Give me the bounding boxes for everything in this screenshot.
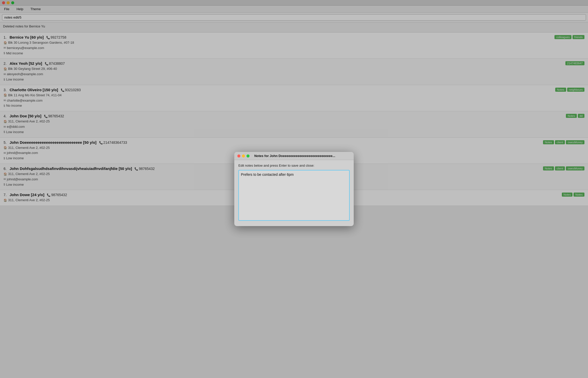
modal-titlebar: Notes for John Doeeeeeeeeeeeeeeeeeeeeeee…	[234, 152, 354, 160]
modal-textarea[interactable]	[238, 170, 350, 221]
notes-modal: Notes for John Doeeeeeeeeeeeeeeeeeeeeeee…	[234, 152, 354, 226]
modal-maximize-button[interactable]	[246, 154, 250, 158]
modal-minimize-button[interactable]	[242, 154, 245, 158]
modal-instruction: Edit notes below and press Enter to save…	[238, 164, 350, 167]
modal-title: Notes for John Doeeeeeeeeeeeeeeeeeeeeeee…	[252, 154, 338, 158]
modal-traffic-lights	[237, 154, 250, 158]
modal-body: Edit notes below and press Enter to save…	[234, 160, 354, 226]
modal-overlay: Notes for John Doeeeeeeeeeeeeeeeeeeeeeee…	[0, 0, 588, 378]
modal-close-button[interactable]	[237, 154, 240, 158]
